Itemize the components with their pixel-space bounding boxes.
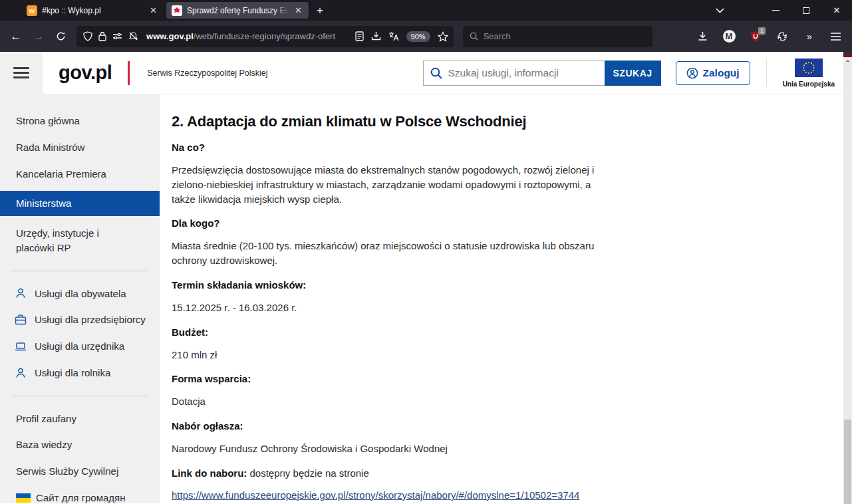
section-text: Narodowy Fundusz Ochrony Środowiska i Go… xyxy=(172,441,614,456)
back-button[interactable]: ← xyxy=(5,27,27,47)
sidebar-item-strona-glowna[interactable]: Strona główna xyxy=(0,108,160,134)
eu-label: Unia Europejska xyxy=(783,80,835,88)
page-scrollbar[interactable]: ⌃ xyxy=(843,52,852,504)
sidebar-item-sluzba-cywilna[interactable]: Serwis Służby Cywilnej xyxy=(0,458,160,485)
zoom-level-badge[interactable]: 90% xyxy=(406,31,430,42)
section-text: Miasta średnie (20-100 tys. mieszkańców)… xyxy=(172,239,614,268)
autoplay-blocked-icon xyxy=(128,31,138,41)
section-heading-forma: Forma wsparcia: xyxy=(172,373,825,384)
extension-m-button[interactable]: M xyxy=(718,27,740,47)
wykop-favicon-icon: w xyxy=(27,5,37,16)
menu-hamburger-button[interactable] xyxy=(824,27,847,47)
section-heading-termin: Termin składania wniosków: xyxy=(172,279,825,291)
gov-logo[interactable]: gov.pl xyxy=(59,62,112,84)
section-heading-na-co: Na co? xyxy=(172,142,825,153)
header-divider xyxy=(766,59,767,87)
permissions-icon xyxy=(112,31,122,41)
close-button[interactable]: ✕ xyxy=(821,0,852,21)
poland-eagle-favicon-icon xyxy=(172,5,182,16)
gov-hamburger-icon xyxy=(13,64,29,82)
forward-button[interactable]: → xyxy=(28,27,49,47)
reader-mode-icon[interactable] xyxy=(355,31,364,41)
nabor-link[interactable]: https://www.funduszeeuropejskie.gov.pl/s… xyxy=(172,489,579,501)
section-heading-budzet: Budżet: xyxy=(172,326,825,338)
downloads-button[interactable] xyxy=(691,27,714,47)
section-text: 210 mln zł xyxy=(172,348,614,362)
gov-header: gov.pl Serwis Rzeczypospolitej Polskiej … xyxy=(0,52,852,94)
toolbar-extension-icons: M 1 » xyxy=(691,27,847,47)
section-heading-dla-kogo: Dla kogo? xyxy=(172,217,825,229)
page-title: 2. Adaptacja do zmian klimatu w Polsce W… xyxy=(172,113,825,130)
sidebar-item-rada-ministrow[interactable]: Rada Ministrów xyxy=(0,134,160,161)
tab-title: #kpo :: Wykop.pl xyxy=(42,6,144,15)
minimize-button[interactable] xyxy=(760,0,791,21)
eu-flag-icon xyxy=(795,59,823,77)
scroll-up-arrow-icon[interactable]: ⌃ xyxy=(843,57,852,66)
gov-page: gov.pl Serwis Rzeczypospolitej Polskiej … xyxy=(0,52,852,504)
ukraine-flag-icon xyxy=(16,493,31,503)
briefcase-icon xyxy=(15,314,27,326)
link-intro-line: Link do naboru: dostępny będzie na stron… xyxy=(172,467,825,479)
ublock-badge: 1 xyxy=(758,27,766,35)
sidebar-nav: Strona główna Rada Ministrów Kancelaria … xyxy=(0,94,160,503)
reload-button[interactable] xyxy=(50,27,71,47)
logo-divider xyxy=(128,61,130,85)
gov-search: SZUKAJ xyxy=(423,61,661,86)
user-login-icon xyxy=(686,67,698,79)
laptop-icon xyxy=(15,340,27,352)
browser-search-box[interactable] xyxy=(463,26,652,47)
section-text: Przedsięwzięcia dostosowujące miasta do … xyxy=(172,163,614,206)
gov-tagline: Serwis Rzeczypospolitej Polskiej xyxy=(147,68,267,78)
new-tab-button[interactable]: + xyxy=(310,4,330,17)
url-bar[interactable]: www.gov.pl/web/fundusze-regiony/sprawdz-… xyxy=(76,26,454,47)
save-page-icon[interactable] xyxy=(371,31,381,41)
bookmark-star-icon[interactable] xyxy=(438,31,448,42)
sidebar-item-ministerstwa[interactable]: Ministerstwa xyxy=(0,191,160,216)
tracking-shield-icon xyxy=(83,31,92,41)
tab-wykop[interactable]: w #kpo :: Wykop.pl ✕ xyxy=(21,2,164,19)
maximize-button[interactable] xyxy=(791,0,821,21)
search-icon xyxy=(470,32,478,41)
translate-icon[interactable] xyxy=(388,31,399,41)
list-all-tabs-chevron-icon[interactable] xyxy=(706,8,734,13)
gov-menu-button[interactable] xyxy=(0,52,43,94)
link-intro-text: dostępny będzie na stronie xyxy=(247,467,368,479)
url-text[interactable]: www.gov.pl/web/fundusze-regiony/sprawdz-… xyxy=(146,31,351,41)
browser-search-input[interactable] xyxy=(484,31,617,41)
sidebar-item-kancelaria-premiera[interactable]: Kancelaria Premiera xyxy=(0,161,160,188)
tab-title: Sprawdź ofertę Funduszy Europ xyxy=(187,6,289,15)
link-label: Link do naboru: xyxy=(172,467,247,479)
extensions-puzzle-button[interactable] xyxy=(771,27,793,47)
szukaj-button[interactable]: SZUKAJ xyxy=(605,61,661,86)
ublock-button[interactable]: 1 xyxy=(744,27,767,47)
sidebar-item-uslugi-obywatela[interactable]: Usługi dla obywatela xyxy=(0,281,160,307)
sidebar-item-uslugi-urzednika[interactable]: Usługi dla urzędnika xyxy=(0,333,160,360)
sidebar-item-profil-zaufany[interactable]: Profil zaufany xyxy=(0,406,160,432)
sidebar-item-uslugi-rolnika[interactable]: Usługi dla rolnika xyxy=(0,360,160,386)
gov-search-box[interactable] xyxy=(423,61,605,86)
section-heading-nabor: Nabór ogłasza: xyxy=(172,420,825,432)
sidebar-item-ukraine[interactable]: Сайт для громадян України –Serwis dla ob… xyxy=(0,485,154,504)
sidebar-item-urzedy[interactable]: Urzędy, instytucje i placówki RP xyxy=(0,220,133,261)
lock-icon xyxy=(98,31,106,41)
sidebar-item-baza-wiedzy[interactable]: Baza wiedzy xyxy=(0,432,160,458)
sidebar-item-uslugi-przedsiebiorcy[interactable]: Usługi dla przedsiębiorcy xyxy=(0,307,160,333)
article-content: 2. Adaptacja do zmian klimatu w Polsce W… xyxy=(160,94,852,503)
browser-toolbar: ← → www.gov.pl/web/fundusze-regiony/spra… xyxy=(0,21,852,52)
window-controls: ✕ xyxy=(760,0,852,21)
citizen-user-icon xyxy=(15,287,27,299)
scrollbar-thumb[interactable] xyxy=(844,420,851,504)
gov-search-input[interactable] xyxy=(448,67,588,79)
eu-flag-block: Unia Europejska xyxy=(783,59,835,88)
zaloguj-button[interactable]: Zaloguj xyxy=(676,61,750,85)
url-bar-actions: 90% xyxy=(351,31,448,42)
tab-gov-active[interactable]: Sprawdź ofertę Funduszy Europ ✕ xyxy=(166,2,309,19)
sidebar-divider xyxy=(11,271,149,271)
scrollbar-accent xyxy=(843,52,852,57)
tab-close-icon[interactable]: ✕ xyxy=(148,5,158,15)
overflow-chevron-button[interactable]: » xyxy=(797,27,820,47)
section-text: 15.12.2025 r. - 16.03.2026 r. xyxy=(172,301,614,315)
farmer-user-icon xyxy=(15,367,27,379)
search-icon xyxy=(430,67,442,79)
tab-close-icon[interactable]: ✕ xyxy=(293,5,303,15)
